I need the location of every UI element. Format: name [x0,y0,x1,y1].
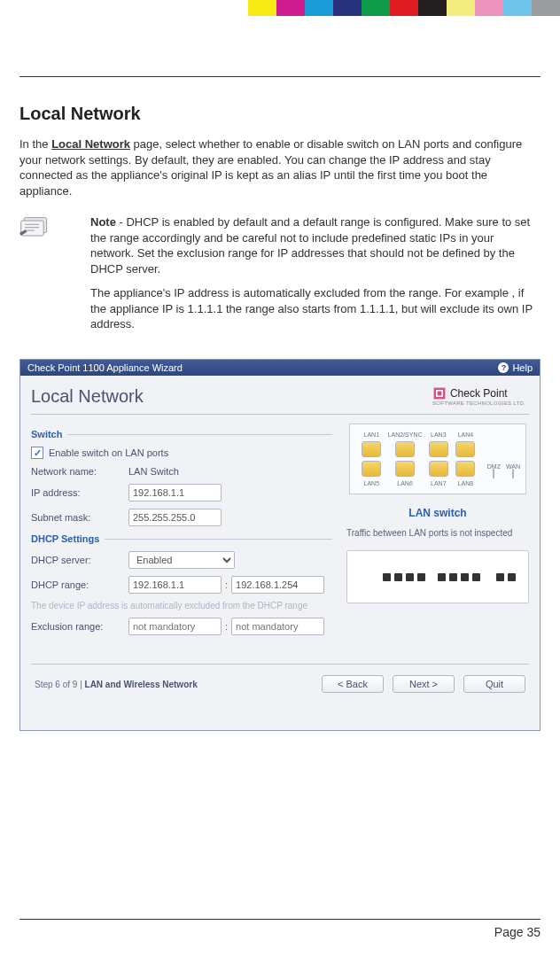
note-block: Note - DHCP is enabled by default and a … [19,214,541,341]
lan-switch-label: LAN switch [346,507,529,519]
dhcp-range-from-input[interactable] [128,576,222,594]
check-icon: ✓ [31,447,43,459]
color-swatch [390,0,418,16]
range-separator: : [225,579,228,590]
section-switch-label: Switch [31,429,62,439]
next-button[interactable]: Next > [393,675,455,693]
subnet-mask-input[interactable] [128,509,222,526]
lan-port-icon [395,461,415,477]
exclusion-from-input[interactable] [128,618,222,635]
lan-port-icon [455,441,475,457]
color-strip [248,0,560,16]
color-swatch [362,0,390,16]
note-label: Note [90,215,116,229]
port-label: LAN5 [361,480,383,486]
dhcp-range-to-input[interactable] [231,576,324,594]
enable-switch-label: Enable switch on LAN ports [49,447,168,458]
brand-logo: Check Point SOFTWARE TECHNOLOGIES LTD. [432,386,525,406]
traffic-note: Traffic between LAN ports is not inspect… [346,528,529,538]
step-bold: LAN and Wireless Network [85,680,198,689]
page-footer: Page 35 [19,919,541,939]
ip-address-input[interactable] [128,484,222,501]
port-label: LAN2/SYNC [388,431,423,438]
port-label: LAN1 [361,431,383,438]
intro-paragraph: In the Local Network page, select whethe… [19,136,541,198]
step-indicator: Step 6 of 9 | LAN and Wireless Network [35,680,198,689]
top-rule [19,76,541,77]
dhcp-server-label: DHCP server: [31,555,128,565]
section-dhcp-label: DHCP Settings [31,533,99,544]
lan-port-icon [395,441,415,457]
port-label: LAN8 [455,480,477,486]
quit-button[interactable]: Quit [463,675,525,693]
section-switch: Switch [31,429,332,439]
color-swatch [532,0,560,16]
color-swatch [447,0,475,16]
color-swatch [503,0,532,16]
port-label: LAN7 [428,480,450,486]
wizard-window: Check Point 1100 Appliance Wizard ? Help… [19,359,541,731]
page-number: Page 35 [494,925,541,939]
note-p1: Note - DHCP is enabled by default and a … [90,214,541,276]
device-rear-image [346,550,529,603]
color-swatch [418,0,447,16]
lan-port-icon [455,461,475,477]
color-swatch [305,0,333,16]
help-icon: ? [498,362,509,373]
step-pre: Step 6 of 9 | [35,680,85,689]
port-label: LAN4 [455,431,477,438]
color-swatch [248,0,276,16]
svg-rect-7 [438,392,442,396]
heading-rule [31,414,529,415]
color-swatch [276,0,305,16]
page-title: Local Network [19,104,541,124]
exclusion-separator: : [225,621,228,632]
wan-port-icon [512,469,514,478]
dhcp-range-label: DHCP range: [31,579,128,590]
note-p1-post: - DHCP is enabled by default and a defau… [90,215,530,276]
intro-pre: In the [19,137,51,151]
color-swatch [333,0,362,16]
auto-exclude-note: The device IP address is automatically e… [31,601,332,610]
intro-bold: Local Network [51,137,130,151]
help-label: Help [512,362,533,373]
network-name-label: Network name: [31,466,128,477]
exclusion-to-input[interactable] [231,618,324,635]
lan-port-icon [362,441,381,457]
port-label: LAN6 [388,480,423,486]
brand-sub: SOFTWARE TECHNOLOGIES LTD. [432,400,525,406]
brand-name: Check Point [450,388,508,399]
exclusion-range-label: Exclusion range: [31,621,128,632]
ports-diagram: LAN1 LAN2/SYNC LAN3 LAN4 [349,424,526,494]
color-swatch [475,0,503,16]
network-name-value: LAN Switch [128,466,179,477]
enable-switch-checkbox[interactable]: ✓ Enable switch on LAN ports [31,447,168,459]
note-icon [19,214,50,237]
note-p2: The appliance's IP address is automatica… [90,285,541,332]
wizard-titlebar: Check Point 1100 Appliance Wizard ? Help [20,360,540,376]
lan-port-icon [362,461,381,477]
subnet-mask-label: Subnet mask: [31,512,128,523]
port-label: LAN3 [428,431,450,438]
ip-address-label: IP address: [31,487,128,498]
help-link[interactable]: ? Help [498,362,533,373]
section-dhcp: DHCP Settings [31,533,332,544]
dmz-port-icon [493,469,494,478]
back-button[interactable]: < Back [322,675,384,693]
dhcp-server-select[interactable]: Enabled [128,551,235,569]
lan-port-icon [429,461,448,477]
wizard-title: Check Point 1100 Appliance Wizard [27,362,183,373]
lan-port-icon [429,441,448,457]
